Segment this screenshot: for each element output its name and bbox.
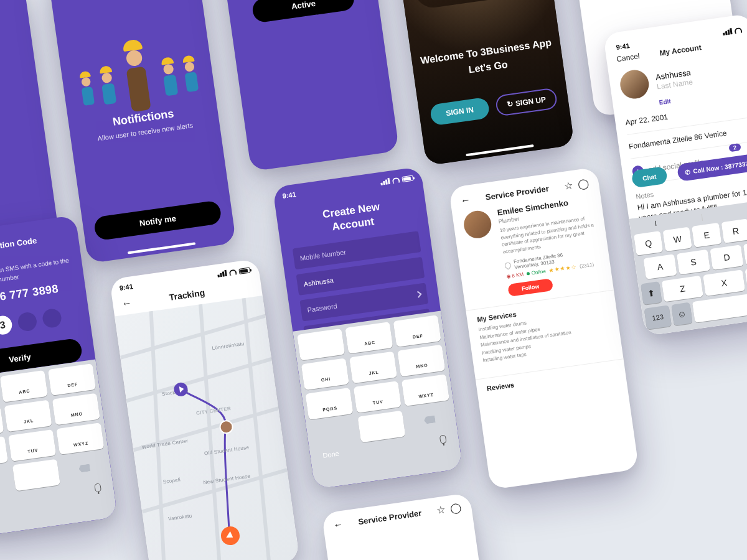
search-icon[interactable]: ◯ [576,177,589,190]
key-3[interactable]: 3DEF [393,315,441,347]
key-2[interactable]: 2ABC [345,322,393,354]
key-s[interactable]: S [677,250,710,275]
key-x[interactable]: X [703,269,745,296]
star-icon[interactable]: ☆ [436,504,446,517]
key-d[interactable]: D [710,245,743,270]
key-e[interactable]: E [692,223,721,248]
key-z[interactable]: Z [662,276,703,302]
verif-heading: Verification Code [0,231,66,258]
key-4[interactable]: 4GHI [0,406,4,439]
activate-button[interactable]: Active [251,0,355,24]
key-w[interactable]: W [663,227,693,252]
screen-welcome: 9:41 Welcome To 3Business App Let's Go S… [384,0,575,166]
key-3[interactable]: 3DEF [48,363,96,396]
provider-online: Online [526,268,546,276]
key-q[interactable]: Q [634,231,664,256]
reviews-heading: Reviews [486,367,616,393]
mic-icon[interactable] [439,434,447,444]
key-5[interactable]: 5JKL [349,352,397,384]
screen-create-account: 9:41 Create New Account Mobile Number As… [273,167,463,490]
key-9[interactable]: 9WXYZ [402,374,449,406]
map[interactable]: Lönnrotinkatu Stockmann CITY CENTER Worl… [115,296,300,560]
screen-my-account: 9:41 Cancel My Account Last Name Edit Ap… [603,13,747,336]
screen-title: Service Provider [342,506,438,529]
back-button[interactable]: ← [121,297,132,310]
key-5[interactable]: 5JKL [4,400,52,432]
key-r[interactable]: R [721,218,747,243]
screen-tracking: 9:41 ←Tracking Lönnrotinkatu Stockmann C… [110,259,300,560]
key-a[interactable]: A [643,254,677,279]
account-avatar[interactable] [618,68,651,101]
key-7[interactable]: 7PQRS [305,388,353,420]
location-icon [504,261,512,270]
key-8[interactable]: 8TUV [8,429,56,462]
key-0[interactable]: 0 [12,459,60,492]
code-digit-3 [17,311,38,332]
key-f[interactable]: F [743,240,747,266]
qwerty-keyboard: I | th Q W E R T A S D F ⬆ Z X C 123 ☺ [629,198,747,337]
mic-icon[interactable] [94,483,101,492]
key-8[interactable]: 8TUV [354,381,402,413]
backspace-icon [78,464,90,472]
verif-phone: +10 876 777 3898 [0,280,73,310]
notify-button[interactable]: Notify me [93,200,222,241]
key-9[interactable]: 9WXYZ [56,422,104,455]
key-backspace[interactable] [406,404,454,436]
key-6[interactable]: 6MNO [52,393,100,426]
key-emoji[interactable]: ☺ [671,302,692,326]
keypad-done[interactable]: Done [322,449,340,460]
workers-illustration [60,0,204,110]
key-1[interactable]: 1 [297,329,345,361]
rating-stars-icon: ★★★★☆ [548,264,577,274]
follow-button[interactable]: Follow [507,278,553,297]
provider-distance: ◉ 8 KM [506,271,524,279]
numeric-keypad: 1 2ABC 3DEF 4GHI 5JKL 6MNO 7PQRS 8TUV 9W… [293,310,463,489]
code-input[interactable]: 6 3 [0,306,78,342]
screen-service-provider: ← Service Provider ☆ ◯ Emilee Simchenko … [449,167,639,490]
star-icon[interactable]: ☆ [563,179,574,192]
key-7[interactable]: 7PQRS [0,436,8,469]
key-123[interactable]: 123 [644,305,672,329]
key-0[interactable]: 0 [357,411,405,443]
key-shift[interactable]: ⬆ [641,281,662,305]
backspace-icon [423,415,435,424]
key-4[interactable]: 4GHI [301,358,349,390]
reviews-count: (2311) [580,261,594,269]
key-2[interactable]: 2ABC [0,370,48,403]
provider-avatar[interactable] [462,209,493,240]
screen-verification: Verification Code We have sent you an SM… [0,215,118,538]
key-backspace[interactable] [60,452,108,485]
code-digit-4 [42,308,63,329]
suggestion[interactable]: I [654,219,657,228]
code-digit-2: 3 [0,315,13,336]
screen-activate-place: Activate the Place You can now specify y… [209,0,400,172]
key-c[interactable]: C [745,264,747,290]
screen-title: Tracking [169,287,205,302]
key-6[interactable]: 6MNO [397,345,445,377]
chevron-right-icon [415,291,421,298]
search-icon[interactable]: ◯ [449,502,462,515]
screen-service-provider-2: ← Service Provider ☆ ◯ [321,493,512,560]
numeric-keypad: 1 2ABC 3DEF 4GHI 5JKL 6MNO 7PQRS 8TUV 9W… [0,359,118,538]
